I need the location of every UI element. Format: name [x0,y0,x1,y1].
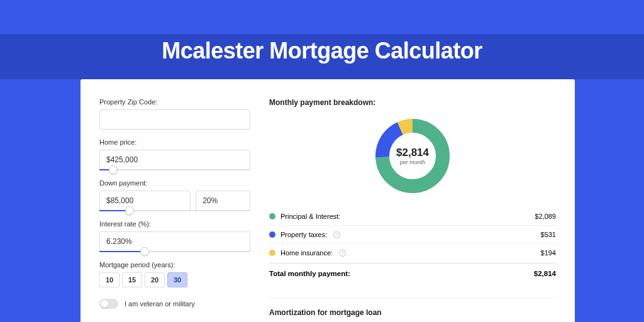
price-input[interactable] [99,150,250,170]
breakdown-column: Monthly payment breakdown: $2,814 per mo… [269,98,556,322]
veteran-toggle[interactable] [99,299,118,309]
breakdown-row: Home insurance:?$194 [269,244,556,262]
breakdown-title: Monthly payment breakdown: [269,98,556,107]
donut-value: $2,814 [396,147,429,159]
toggle-knob [101,300,108,308]
donut-center: $2,814 per month [396,147,429,165]
breakdown-row: Property taxes:?$531 [269,226,556,244]
period-button-10[interactable]: 10 [99,272,119,287]
rate-label: Interest rate (%): [99,220,250,228]
period-button-20[interactable]: 20 [145,272,165,287]
donut-chart: $2,814 per month [372,116,453,196]
zip-field-group: Property Zip Code: [99,98,250,130]
info-icon[interactable]: ? [333,231,340,238]
breakdown-label: Home insurance: [280,249,333,257]
price-field-group: Home price: [99,138,250,170]
down-slider[interactable] [99,210,250,211]
breakdown-total-row: Total monthly payment: $2,814 [269,263,556,284]
rate-slider-thumb[interactable] [140,247,149,256]
period-label: Mortgage period (years): [99,261,250,269]
price-label: Home price: [99,138,250,146]
down-field-group: Down payment: [99,179,250,211]
period-button-30[interactable]: 30 [167,272,187,287]
donut-sub: per month [396,159,429,165]
down-slider-thumb[interactable] [125,206,134,215]
info-icon[interactable]: ? [339,250,346,257]
veteran-toggle-row: I am veteran or military [99,299,250,309]
price-slider-thumb[interactable] [109,165,118,174]
breakdown-value: $194 [541,249,556,257]
veteran-label: I am veteran or military [125,300,195,308]
total-label: Total monthly payment: [269,270,350,277]
rate-input[interactable] [99,231,250,252]
legend-dot [269,231,275,238]
form-column: Property Zip Code: Home price: Down paym… [99,98,250,322]
breakdown-row: Principal & Interest:$2,089 [269,208,556,226]
price-slider[interactable] [99,169,250,170]
zip-input[interactable] [99,109,250,130]
breakdown-value: $531 [541,231,556,238]
zip-label: Property Zip Code: [99,98,250,106]
down-percent-input[interactable] [196,191,250,211]
down-amount-input[interactable] [99,191,191,211]
donut-chart-wrap: $2,814 per month [269,116,556,196]
breakdown-label: Property taxes: [280,231,327,238]
down-label: Down payment: [99,179,250,187]
page-title: Mcalester Mortgage Calculator [0,0,644,64]
calculator-card: Property Zip Code: Home price: Down paym… [80,79,575,322]
period-field-group: Mortgage period (years): 10152030 [99,261,250,287]
legend-dot [269,213,275,219]
amortization-block: Amortization for mortgage loan Amortizat… [269,297,556,322]
breakdown-label: Principal & Interest: [280,213,340,220]
rate-slider[interactable] [99,251,250,252]
amortization-title: Amortization for mortgage loan [269,308,556,317]
rate-field-group: Interest rate (%): [99,220,250,252]
period-button-15[interactable]: 15 [122,272,142,287]
legend-dot [269,250,275,256]
breakdown-value: $2,089 [535,213,556,220]
total-value: $2,814 [534,270,556,277]
